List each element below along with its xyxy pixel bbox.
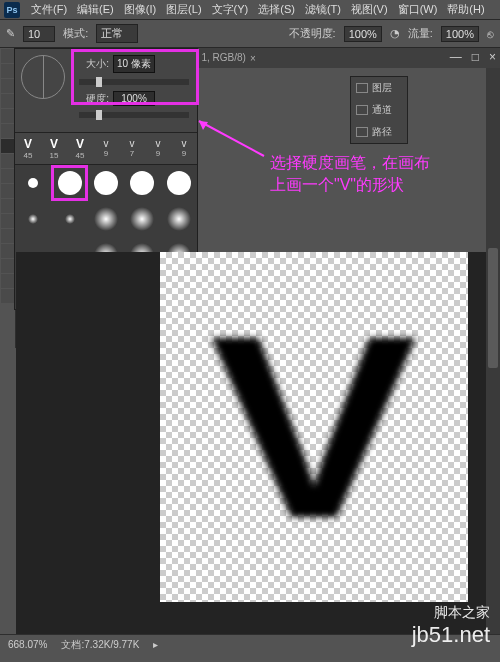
close-icon[interactable]: × [250,53,256,64]
paths-icon [356,127,368,137]
size-input[interactable]: 10 像素 [113,55,155,73]
watermark-name: 脚本之家 [434,604,490,622]
brush-size-select[interactable]: 10 [23,26,55,42]
hardness-input[interactable]: 100% [113,91,155,106]
status-zoom[interactable]: 668.07% [8,639,47,650]
airbrush-icon[interactable]: ⎋ [487,28,494,40]
hardness-slider[interactable] [79,112,189,118]
menu-view[interactable]: 视图(V) [346,0,393,19]
tool-move[interactable] [1,49,15,63]
tool-crop[interactable] [1,109,15,123]
opacity-value[interactable]: 100% [344,26,382,42]
preset-v6[interactable]: v9 [145,133,171,164]
panel-item-paths[interactable]: 路径 [351,121,407,143]
brush-soft-3[interactable] [88,201,124,237]
mode-select[interactable]: 正常 [96,24,138,43]
canvas-content[interactable]: V [160,252,468,602]
preset-v7[interactable]: v9 [171,133,197,164]
vertical-scrollbar[interactable] [486,68,500,634]
preset-v4[interactable]: v9 [93,133,119,164]
menubar: Ps 文件(F) 编辑(E) 图像(I) 图层(L) 文字(Y) 选择(S) 滤… [0,0,500,20]
brush-soft-5[interactable] [161,201,197,237]
menu-image[interactable]: 图像(I) [119,0,161,19]
flow-label: 流量: [408,26,433,41]
tool-brush[interactable] [1,139,15,153]
tool-text[interactable] [1,229,15,243]
brush-tool-icon[interactable]: ✎ [6,27,15,40]
menu-help[interactable]: 帮助(H) [442,0,489,19]
preset-v1[interactable]: V45 [15,133,41,164]
panel-item-layers[interactable]: 图层 [351,77,407,99]
size-label: 大小: [79,57,109,71]
tool-marquee[interactable] [1,64,15,78]
preset-v5[interactable]: v7 [119,133,145,164]
opacity-label: 不透明度: [289,26,336,41]
tool-blur[interactable] [1,199,15,213]
tool-shape[interactable] [1,259,15,273]
drawn-v-shape: V [210,297,418,557]
status-doc[interactable]: 文档:7.32K/9.77K [61,638,139,652]
tool-pen[interactable] [1,214,15,228]
menu-select[interactable]: 选择(S) [253,0,300,19]
brush-hard-2[interactable] [88,165,124,201]
menu-layer[interactable]: 图层(L) [161,0,206,19]
layers-icon [356,83,368,93]
watermark: 脚本之家 jb51.net [412,604,490,648]
doc-window-controls: — □ × [450,50,496,64]
menu-type[interactable]: 文字(Y) [207,0,254,19]
scrollbar-thumb[interactable] [488,248,498,368]
tool-path[interactable] [1,244,15,258]
preset-v2[interactable]: V15 [41,133,67,164]
tool-stamp[interactable] [1,154,15,168]
canvas-area[interactable]: V [16,252,486,634]
ps-logo: Ps [4,2,20,18]
options-bar: ✎ 10 模式: 正常 不透明度: 100% ◔ 流量: 100% ⎋ [0,20,500,48]
brush-soft-1[interactable] [15,201,51,237]
pressure-opacity-icon[interactable]: ◔ [390,27,400,40]
tool-eyedropper[interactable] [1,124,15,138]
brush-hard-small[interactable] [15,165,51,201]
tool-zoom[interactable] [1,289,15,303]
brush-hard-4[interactable] [161,165,197,201]
flow-value[interactable]: 100% [441,26,479,42]
close-icon[interactable]: × [489,50,496,64]
tool-eraser[interactable] [1,169,15,183]
annotation-arrow [194,116,274,166]
chevron-right-icon[interactable]: ▸ [153,639,158,650]
brush-hard-3[interactable] [124,165,160,201]
tool-gradient[interactable] [1,184,15,198]
mode-label: 模式: [63,26,88,41]
size-slider[interactable] [79,79,189,85]
tool-lasso[interactable] [1,79,15,93]
brush-angle-control[interactable] [21,55,65,99]
brush-soft-2[interactable] [51,201,87,237]
preset-strip: V45 V15 V45 v9 v7 v9 v9 [15,132,197,165]
menu-filter[interactable]: 滤镜(T) [300,0,346,19]
preset-v3[interactable]: V45 [67,133,93,164]
brush-hard-selected[interactable] [51,165,87,201]
menu-file[interactable]: 文件(F) [26,0,72,19]
menu-edit[interactable]: 编辑(E) [72,0,119,19]
panel-item-channels[interactable]: 通道 [351,99,407,121]
minimize-icon[interactable]: — [450,50,462,64]
hardness-label: 硬度: [79,92,109,106]
tool-wand[interactable] [1,94,15,108]
tool-hand[interactable] [1,274,15,288]
brush-soft-4[interactable] [124,201,160,237]
channels-icon [356,105,368,115]
maximize-icon[interactable]: □ [472,50,479,64]
annotation-text: 选择硬度画笔，在画布 上画一个"V"的形状 [270,152,430,196]
panel-menu: 图层 通道 路径 [350,76,408,144]
menu-window[interactable]: 窗口(W) [393,0,443,19]
watermark-url: jb51.net [412,622,490,648]
